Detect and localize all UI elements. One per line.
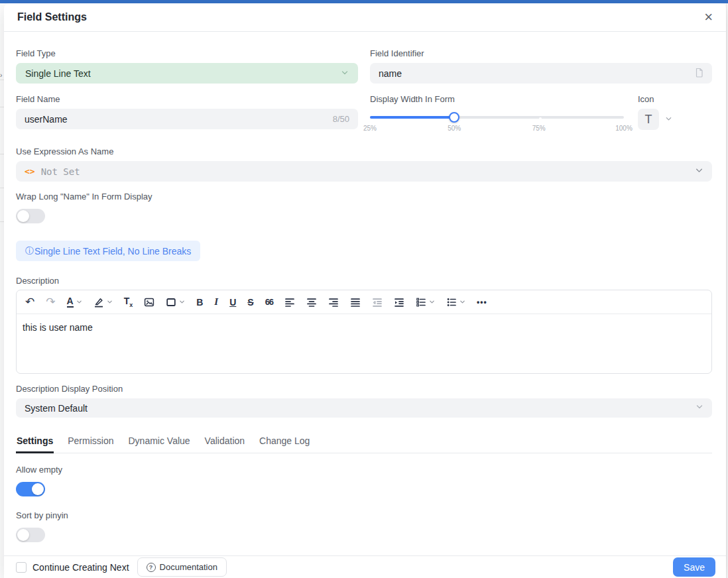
field-type-group: Field Type Single Line Text	[16, 48, 358, 84]
save-button[interactable]: Save	[673, 557, 715, 577]
field-type-select[interactable]: Single Line Text	[16, 63, 358, 84]
caret-down-icon	[429, 299, 435, 305]
align-justify-button[interactable]	[350, 297, 361, 308]
outdent-icon	[372, 297, 383, 308]
display-width-label: Display Width In Form	[370, 94, 624, 105]
undo-icon: ↶	[25, 296, 34, 308]
field-name-input[interactable]: userName 8/50	[16, 109, 358, 129]
field-name-label: Field Name	[16, 94, 358, 105]
display-position-group: Description Display Position System Defa…	[16, 384, 712, 418]
tab-validation[interactable]: Validation	[204, 432, 245, 453]
sort-pinyin-label: Sort by pinyin	[16, 510, 712, 521]
display-width-group: Display Width In Form 25% 50% 75% 100%	[370, 94, 624, 133]
dialog-footer: Continue Creating Next ? Documentation S…	[4, 555, 726, 578]
align-right-button[interactable]	[328, 297, 339, 308]
tick-label: 25%	[363, 125, 377, 132]
wrap-name-label: Wrap Long "Name" In Form Display	[16, 192, 712, 202]
tab-settings[interactable]: Settings	[16, 432, 54, 453]
align-right-icon	[328, 297, 339, 308]
expression-select[interactable]: <> Not Set	[16, 161, 712, 182]
align-center-icon	[306, 297, 317, 308]
description-content[interactable]: this is user name	[17, 314, 711, 373]
align-justify-icon	[350, 297, 361, 308]
tab-change-log[interactable]: Change Log	[259, 432, 310, 453]
documentation-button[interactable]: ? Documentation	[137, 557, 227, 577]
slider-handle[interactable]	[449, 112, 459, 123]
display-position-select[interactable]: System Default	[16, 398, 712, 418]
ordered-list-button[interactable]	[416, 297, 435, 308]
insert-table-button[interactable]	[166, 297, 185, 308]
icon-label: Icon	[638, 94, 712, 105]
table-icon	[166, 297, 176, 308]
slider-tick-labels: 25% 50% 75% 100%	[370, 125, 624, 133]
dialog-header: Field Settings ×	[4, 3, 726, 32]
indent-button[interactable]	[394, 297, 404, 308]
field-type-value: Single Line Text	[25, 68, 91, 79]
outdent-button[interactable]	[372, 297, 383, 308]
field-settings-dialog: Field Settings × Field Type Single Line …	[4, 3, 726, 578]
field-name-group: Field Name userName 8/50	[16, 94, 358, 133]
field-identifier-input[interactable]: name	[370, 63, 712, 84]
align-left-icon	[284, 297, 295, 308]
hint-text: Single Line Text Field, No Line Breaks	[34, 246, 191, 257]
description-group: Description ↶ ↷ A Tx	[16, 276, 712, 374]
wrap-name-group: Wrap Long "Name" In Form Display	[16, 192, 712, 223]
bullet-list-button[interactable]	[446, 297, 465, 308]
chevron-down-icon[interactable]	[665, 113, 672, 125]
chevron-down-icon	[341, 68, 349, 79]
expression-value: Not Set	[41, 166, 80, 177]
clear-format-icon: Tx	[124, 296, 133, 308]
italic-button[interactable]: I	[214, 297, 218, 307]
insert-image-button[interactable]	[144, 297, 154, 308]
sort-pinyin-toggle[interactable]	[16, 528, 45, 542]
highlight-pen-icon	[93, 297, 104, 308]
tick-label: 75%	[532, 125, 546, 132]
documentation-label: Documentation	[160, 562, 217, 572]
wrap-name-toggle[interactable]	[16, 209, 45, 223]
bold-button[interactable]: B	[196, 298, 203, 307]
info-icon: ⓘ	[25, 245, 34, 257]
allow-empty-group: Allow empty	[16, 465, 712, 496]
align-left-button[interactable]	[284, 297, 295, 308]
tick-label: 50%	[448, 125, 461, 132]
ordered-list-icon	[416, 297, 426, 308]
strikethrough-button[interactable]: S	[247, 298, 253, 307]
slider-fill	[370, 116, 454, 119]
highlight-button[interactable]	[93, 297, 113, 308]
continue-creating-checkbox[interactable]	[16, 562, 27, 573]
expression-label: Use Expression As Name	[16, 146, 712, 157]
help-icon: ?	[147, 563, 156, 572]
underline-icon: U	[229, 298, 236, 307]
allow-empty-toggle[interactable]	[16, 482, 45, 496]
icon-picker-button[interactable]: T	[638, 109, 659, 130]
tab-dynamic-value[interactable]: Dynamic Value	[127, 432, 190, 453]
quote-icon: 66	[265, 298, 273, 306]
field-identifier-value: name	[379, 68, 402, 79]
close-icon[interactable]: ×	[704, 10, 713, 25]
document-icon	[695, 68, 703, 80]
display-width-slider[interactable]	[370, 111, 624, 123]
caret-down-icon	[107, 299, 113, 305]
display-position-value: System Default	[25, 403, 88, 414]
field-type-label: Field Type	[16, 48, 358, 59]
italic-icon: I	[214, 297, 218, 307]
field-identifier-group: Field Identifier name	[370, 48, 712, 84]
blockquote-button[interactable]: 66	[265, 298, 273, 306]
redo-button[interactable]: ↷	[46, 296, 55, 308]
clear-format-button[interactable]: Tx	[124, 296, 133, 308]
underline-button[interactable]: U	[229, 298, 236, 307]
tick-label: 100%	[615, 125, 633, 132]
rich-text-editor: ↶ ↷ A Tx	[16, 290, 712, 374]
font-color-icon: A	[67, 296, 74, 308]
backdrop-chevron-icon: ›	[0, 72, 2, 79]
display-position-label: Description Display Position	[16, 384, 712, 394]
font-color-button[interactable]: A	[67, 296, 82, 308]
allow-empty-label: Allow empty	[16, 465, 712, 475]
tab-permission[interactable]: Permission	[67, 432, 114, 453]
more-button[interactable]: •••	[477, 298, 487, 306]
more-icon: •••	[477, 298, 487, 306]
align-center-button[interactable]	[306, 297, 317, 308]
undo-button[interactable]: ↶	[25, 296, 34, 308]
image-icon	[144, 297, 154, 308]
editor-toolbar: ↶ ↷ A Tx	[17, 290, 711, 314]
